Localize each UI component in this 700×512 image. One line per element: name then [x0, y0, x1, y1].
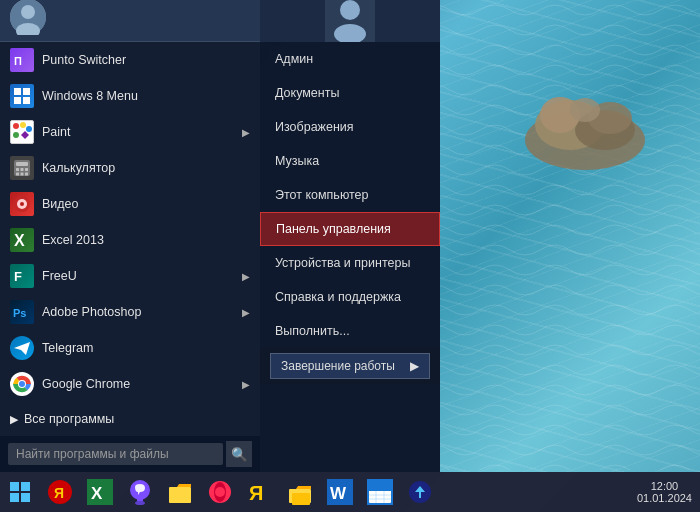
clock-time: 12:00	[637, 480, 692, 492]
video-label: Видео	[42, 197, 79, 211]
svg-point-29	[20, 202, 24, 206]
chrome-label: Google Chrome	[42, 377, 130, 391]
controlpanel-label: Панель управления	[276, 222, 391, 236]
right-item-admin[interactable]: Админ	[260, 42, 440, 76]
svg-rect-43	[21, 493, 30, 502]
taskbar-word[interactable]: W	[320, 472, 360, 512]
svg-rect-20	[16, 162, 28, 166]
start-button[interactable]	[0, 472, 40, 512]
svg-point-6	[570, 98, 600, 122]
desktop: П Punto Switcher	[0, 0, 700, 512]
search-input[interactable]	[8, 443, 223, 465]
right-item-devices[interactable]: Устройства и принтеры	[260, 246, 440, 280]
taskbar-viber[interactable]	[120, 472, 160, 512]
svg-text:W: W	[330, 484, 347, 503]
telegram-label: Telegram	[42, 341, 93, 355]
app-list: П Punto Switcher	[0, 42, 260, 402]
paint-icon	[10, 120, 34, 144]
paint-label: Paint	[42, 125, 71, 139]
app-item-photoshop[interactable]: Ps Adobe Photoshop ▶	[0, 294, 260, 330]
svg-point-18	[13, 132, 19, 138]
video-icon	[10, 192, 34, 216]
right-item-mypc[interactable]: Этот компьютер	[260, 178, 440, 212]
svg-text:X: X	[14, 232, 25, 249]
music-label: Музыка	[275, 154, 319, 168]
right-item-docs[interactable]: Документы	[260, 76, 440, 110]
user-area	[0, 0, 260, 42]
avatar	[10, 0, 46, 35]
shutdown-button[interactable]: Завершение работы ▶	[270, 353, 430, 379]
right-item-help[interactable]: Справка и поддержка	[260, 280, 440, 314]
taskbar-calendar[interactable]	[360, 472, 400, 512]
app-item-chrome[interactable]: Google Chrome ▶	[0, 366, 260, 402]
photoshop-label: Adobe Photoshop	[42, 305, 141, 319]
taskbar-clock: 12:00 01.01.2024	[629, 480, 700, 504]
svg-rect-11	[14, 88, 21, 95]
svg-text:Ps: Ps	[13, 307, 26, 319]
app-item-freeu[interactable]: F FreeU ▶	[0, 258, 260, 294]
calc-label: Калькулятор	[42, 161, 115, 175]
left-panel: П Punto Switcher	[0, 0, 260, 472]
svg-text:F: F	[14, 269, 22, 284]
svg-point-38	[340, 0, 360, 20]
right-item-music[interactable]: Музыка	[260, 144, 440, 178]
svg-text:П: П	[14, 55, 22, 67]
svg-marker-33	[14, 342, 30, 355]
chrome-arrow: ▶	[242, 379, 250, 390]
svg-rect-13	[14, 97, 21, 104]
freeu-arrow: ▶	[242, 271, 250, 282]
app-item-video[interactable]: Видео	[0, 186, 260, 222]
taskbar-excel[interactable]: X	[80, 472, 120, 512]
freeu-label: FreeU	[42, 269, 77, 283]
search-bar: 🔍	[0, 436, 260, 472]
svg-rect-57	[292, 493, 310, 505]
app-item-telegram[interactable]: Telegram	[0, 330, 260, 366]
svg-rect-42	[10, 493, 19, 502]
win8-label: Windows 8 Menu	[42, 89, 138, 103]
chrome-icon	[10, 372, 34, 396]
shutdown-label: Завершение работы	[281, 359, 395, 373]
help-label: Справка и поддержка	[275, 290, 401, 304]
svg-text:X: X	[91, 484, 103, 503]
app-item-punto[interactable]: П Punto Switcher	[0, 42, 260, 78]
rocks-decoration	[510, 50, 660, 180]
svg-rect-41	[21, 482, 30, 491]
all-programs-item[interactable]: ▶ Все программы	[0, 402, 260, 436]
shutdown-arrow-icon: ▶	[410, 359, 419, 373]
clock-date: 01.01.2024	[637, 492, 692, 504]
svg-point-50	[135, 501, 145, 505]
search-button[interactable]: 🔍	[226, 441, 252, 467]
paint-arrow: ▶	[242, 127, 250, 138]
svg-rect-25	[21, 173, 24, 176]
right-item-run[interactable]: Выполнить...	[260, 314, 440, 348]
taskbar-folders[interactable]	[280, 472, 320, 512]
svg-text:Я: Я	[249, 482, 263, 504]
run-label: Выполнить...	[275, 324, 350, 338]
taskbar-arrow[interactable]	[400, 472, 440, 512]
svg-rect-22	[21, 168, 24, 171]
app-item-win8[interactable]: Windows 8 Menu	[0, 78, 260, 114]
taskbar-files[interactable]	[160, 472, 200, 512]
excel-icon: X	[10, 228, 34, 252]
images-label: Изображения	[275, 120, 354, 134]
taskbar-yandex2[interactable]: Я	[240, 472, 280, 512]
photoshop-icon: Ps	[10, 300, 34, 324]
docs-label: Документы	[275, 86, 339, 100]
app-item-paint[interactable]: Paint ▶	[0, 114, 260, 150]
svg-point-36	[19, 381, 25, 387]
calc-icon	[10, 156, 34, 180]
svg-rect-51	[169, 487, 191, 503]
win8-icon	[10, 84, 34, 108]
right-item-images[interactable]: Изображения	[260, 110, 440, 144]
taskbar-yandex[interactable]: Я	[40, 472, 80, 512]
telegram-icon	[10, 336, 34, 360]
app-item-excel[interactable]: X Excel 2013	[0, 222, 260, 258]
taskbar-opera[interactable]	[200, 472, 240, 512]
punto-icon: П	[10, 48, 34, 72]
svg-rect-14	[23, 97, 30, 104]
right-item-controlpanel[interactable]: Панель управления	[260, 212, 440, 246]
app-item-calc[interactable]: Калькулятор	[0, 150, 260, 186]
right-panel-header	[260, 0, 440, 42]
freeu-icon: F	[10, 264, 34, 288]
svg-point-16	[20, 122, 26, 128]
